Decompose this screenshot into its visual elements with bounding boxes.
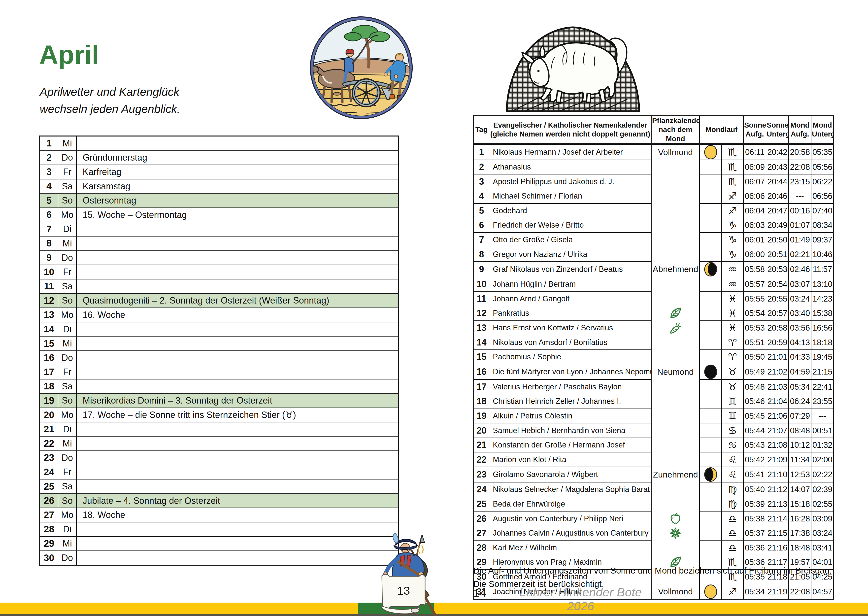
calendar-day-row: 24 Fr <box>40 465 399 479</box>
moon-phase-cell <box>700 277 722 292</box>
calendar-day-row: 21 Di <box>40 422 399 437</box>
moon-set-time: 22:41 <box>811 379 834 394</box>
day-number: 22 <box>474 452 489 467</box>
sun-rise-time: 06:11 <box>744 144 766 160</box>
zodiac-sign: ♒ <box>722 262 744 277</box>
sun-set-time: 20:54 <box>766 277 789 292</box>
plant-calendar-cell <box>651 233 700 247</box>
day-number: 5 <box>474 204 489 218</box>
weekday: Mi <box>58 136 77 151</box>
sun-rise-time: 05:38 <box>744 511 766 526</box>
sun-set-time: 20:55 <box>766 292 789 306</box>
calendar-day-row: 8 Mi <box>40 236 399 251</box>
sun-set-time: 21:06 <box>766 409 789 423</box>
sun-set-time: 21:16 <box>766 540 789 555</box>
page-number-left: 13 <box>381 584 426 597</box>
calendar-day-row: 11 Sa <box>40 279 399 294</box>
day-entry <box>77 551 399 566</box>
waxing-moon-icon <box>704 467 717 482</box>
sun-rise-time: 05:48 <box>744 379 766 394</box>
day-number: 23 <box>474 467 489 482</box>
name-day: Karl Mez / Wilhelm <box>489 540 651 555</box>
moon-set-time: 02:55 <box>811 497 834 512</box>
sun-set-time: 20:43 <box>766 160 789 174</box>
saints-day-row: 18 Christian Heinrich Zeller / Johannes … <box>474 394 834 409</box>
plant-calendar-cell <box>651 189 700 204</box>
sun-rise-time: 05:40 <box>744 482 766 497</box>
saints-day-row: 9 Graf Nikolaus von Zinzendorf / Beatus … <box>474 262 834 277</box>
day-number: 20 <box>40 408 58 422</box>
saints-day-row: 25 Beda der Ehrwürdige ♍ 05:39 21:13 15:… <box>474 497 834 512</box>
plant-calendar-cell <box>651 438 700 453</box>
calendar-day-row: 20 Mo 17. Woche – die Sonne tritt ins St… <box>40 408 399 422</box>
name-day: Pachomius / Sophie <box>489 350 651 365</box>
leaf-icon <box>669 308 682 317</box>
sun-rise-time: 05:42 <box>744 452 766 467</box>
day-number: 11 <box>474 292 489 306</box>
sun-set-time: 20:49 <box>766 218 789 233</box>
weekday: Fr <box>58 165 77 179</box>
day-number: 6 <box>474 218 489 233</box>
moon-set-time: 03:41 <box>811 540 834 555</box>
sun-set-time: 20:46 <box>766 189 789 204</box>
apple-icon <box>669 513 682 523</box>
moon-phase-label: Abnehmend <box>653 264 698 274</box>
zodiac-sign: ♊ <box>722 409 744 423</box>
header-moon-rise: Mond Aufg. <box>789 116 811 144</box>
day-number: 18 <box>40 379 58 394</box>
moon-rise-time: 07:29 <box>789 409 811 423</box>
moon-rise-time: 03:56 <box>789 321 811 335</box>
name-day: Johann Hüglin / Bertram <box>489 277 651 292</box>
sun-rise-time: 06:07 <box>744 174 766 189</box>
footnote-line-1: Die Auf- und Untergangszeiten von Sonne … <box>473 564 832 577</box>
zodiac-sign: ♉ <box>722 379 744 394</box>
name-day: Nikolaus Hermann / Josef der Arbeiter <box>489 144 651 160</box>
name-day: Johann Arnd / Gangolf <box>489 292 651 306</box>
day-number: 11 <box>40 279 58 294</box>
name-day: Gregor von Nazianz / Ulrika <box>489 247 651 262</box>
weekday: Di <box>58 422 77 437</box>
day-entry <box>77 522 399 537</box>
name-day: Nikolaus von Amsdorf / Bonifatius <box>489 335 651 350</box>
moon-rise-time: 14:07 <box>789 482 811 497</box>
sun-set-time: 21:07 <box>766 423 789 438</box>
moon-rise-time: 04:59 <box>789 364 811 379</box>
sun-rise-time: 06:00 <box>744 247 766 262</box>
sun-set-time: 21:14 <box>766 511 789 526</box>
moon-phase-cell <box>700 394 722 409</box>
sun-rise-time: 06:04 <box>744 204 766 218</box>
sun-set-time: 20:50 <box>766 233 789 247</box>
day-entry <box>77 422 399 437</box>
zodiac-sign: ♏ <box>722 160 744 174</box>
moon-phase-cell <box>700 423 722 438</box>
day-entry <box>77 336 399 351</box>
plant-calendar-cell <box>651 306 700 321</box>
sun-rise-time: 06:03 <box>744 218 766 233</box>
moon-set-time: 08:34 <box>811 218 834 233</box>
name-day: Hans Ernst von Kottwitz / Servatius <box>489 321 651 335</box>
weekday: So <box>58 493 77 508</box>
name-day: Die fünf Märtyrer von Lyon / Johannes Ne… <box>489 364 651 379</box>
zodiac-sign: ♌ <box>722 452 744 467</box>
zodiac-sign: ♎ <box>722 526 744 541</box>
plant-calendar-cell: Zunehmend <box>651 467 700 482</box>
moon-rise-time: 18:48 <box>789 540 811 555</box>
moon-set-time: 23:55 <box>811 394 834 409</box>
calendar-day-row: 27 Mo 18. Woche <box>40 508 399 522</box>
day-number: 18 <box>474 394 489 409</box>
name-day: Nikolaus Selnecker / Magdalena Sophia Ba… <box>489 482 651 497</box>
name-day: Athanasius <box>489 160 651 174</box>
day-entry: Quasimodogeniti – 2. Sonntag der Osterze… <box>77 294 399 308</box>
zodiac-sign: ♑ <box>722 218 744 233</box>
day-number: 14 <box>40 322 58 336</box>
zodiac-sign: ♑ <box>722 233 744 247</box>
moon-set-time: 06:22 <box>811 174 834 189</box>
weekday: So <box>58 294 77 308</box>
day-number: 7 <box>40 222 58 237</box>
full-moon-icon <box>704 145 717 159</box>
moon-set-time: 09:37 <box>811 233 834 247</box>
moon-set-time: 05:56 <box>811 160 834 174</box>
saints-day-row: 22 Marion von Klot / Rita ♌ 05:42 21:09 … <box>474 452 834 467</box>
name-day: Pankratius <box>489 306 651 321</box>
calendar-day-row: 28 Di <box>40 522 399 537</box>
